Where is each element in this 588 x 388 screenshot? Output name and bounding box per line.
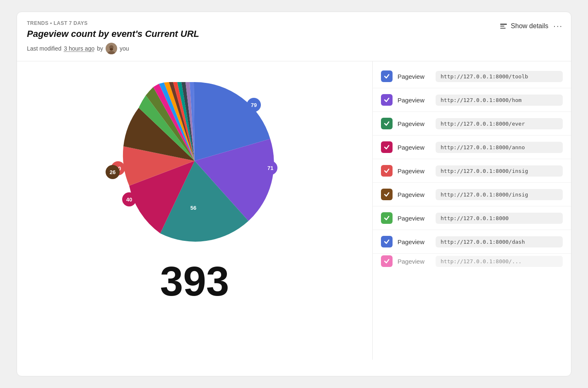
- svg-point-3: [110, 48, 113, 51]
- legend-checkbox-2[interactable]: [381, 94, 393, 106]
- legend-url-1: http://127.0.0.1:8000/toolb: [436, 71, 563, 82]
- card-header: TRENDS • LAST 7 DAYS Pageview count by e…: [17, 12, 571, 61]
- legend-checkbox-4[interactable]: [381, 141, 393, 153]
- legend-event-6: Pageview: [398, 191, 431, 198]
- legend-event-8: Pageview: [398, 238, 431, 245]
- details-icon: [499, 22, 508, 30]
- modified-row: Last modified 3 hours ago by you: [27, 43, 561, 54]
- show-details-label: Show details: [511, 22, 549, 30]
- header-actions: Show details ···: [499, 21, 563, 31]
- legend-checkbox-1[interactable]: [381, 70, 393, 82]
- legend-event-2: Pageview: [398, 97, 431, 104]
- check-icon: [383, 238, 390, 245]
- legend-event-7: Pageview: [398, 215, 431, 222]
- legend-url-8: http://127.0.0.1:8000/dash: [436, 236, 563, 247]
- check-icon: [383, 258, 390, 264]
- trends-label: TRENDS • LAST 7 DAYS: [27, 20, 561, 26]
- legend-item: Pageview http://127.0.0.1:8000/anno: [373, 136, 571, 159]
- svg-rect-5: [500, 26, 504, 27]
- check-icon: [383, 191, 390, 198]
- pie-label-26: 26: [106, 165, 120, 179]
- legend-item: Pageview http://127.0.0.1:8000/dash: [373, 230, 571, 254]
- legend-checkbox-7[interactable]: [381, 212, 393, 224]
- legend-checkbox-8[interactable]: [381, 236, 393, 247]
- legend-checkbox-9[interactable]: [381, 255, 393, 267]
- legend-url-5: http://127.0.0.1:8000/insig: [436, 165, 563, 177]
- legend-url-7: http://127.0.0.1:8000: [436, 213, 563, 224]
- legend-url-3: http://127.0.0.1:8000/ever: [436, 118, 563, 129]
- legend-url-6: http://127.0.0.1:8000/insig: [436, 189, 563, 200]
- check-icon: [383, 167, 390, 174]
- page-title: Pageview count by event's Current URL: [27, 29, 561, 39]
- card-body: 79 71 56 40 40 26 393 Pageview: [17, 61, 571, 360]
- modified-time: 3 hours ago: [64, 45, 94, 52]
- check-icon: [383, 97, 390, 103]
- pie-label-56: 56: [186, 201, 200, 215]
- legend-item: Pageview http://127.0.0.1:8000/insig: [373, 183, 571, 206]
- legend-url-2: http://127.0.0.1:8000/hom: [436, 95, 563, 106]
- legend-event-3: Pageview: [398, 120, 431, 127]
- check-icon: [383, 120, 390, 127]
- legend-event-9: Pageview: [398, 258, 431, 265]
- pie-chart: 79 71 56 40 40 26: [108, 74, 282, 248]
- pie-label-40b: 40: [122, 192, 136, 206]
- legend-item-partial: Pageview http://127.0.0.1:8000/...: [373, 254, 571, 269]
- legend-checkbox-5[interactable]: [381, 165, 393, 177]
- legend-event-4: Pageview: [398, 144, 431, 151]
- total-count: 393: [160, 260, 229, 302]
- check-icon: [383, 73, 390, 80]
- legend-item: Pageview http://127.0.0.1:8000/ever: [373, 112, 571, 136]
- modified-text: Last modified: [27, 45, 61, 52]
- modified-by: by: [97, 45, 103, 52]
- legend-checkbox-6[interactable]: [381, 189, 393, 200]
- check-icon: [383, 215, 390, 221]
- more-options-button[interactable]: ···: [553, 21, 563, 31]
- legend-event-1: Pageview: [398, 73, 431, 80]
- legend-section[interactable]: Pageview http://127.0.0.1:8000/toolb Pag…: [372, 61, 571, 360]
- legend-url-9: http://127.0.0.1:8000/...: [436, 256, 563, 267]
- legend-event-5: Pageview: [398, 167, 431, 175]
- legend-url-4: http://127.0.0.1:8000/anno: [436, 142, 563, 153]
- legend-item: Pageview http://127.0.0.1:8000: [373, 206, 571, 230]
- main-card: TRENDS • LAST 7 DAYS Pageview count by e…: [17, 12, 571, 376]
- pie-label-79: 79: [247, 98, 261, 112]
- check-icon: [383, 144, 390, 150]
- legend-item: Pageview http://127.0.0.1:8000/insig: [373, 159, 571, 183]
- avatar: [106, 43, 117, 54]
- svg-rect-6: [500, 28, 506, 29]
- legend-item: Pageview http://127.0.0.1:8000/toolb: [373, 65, 571, 88]
- svg-rect-4: [500, 24, 507, 25]
- pie-label-71: 71: [263, 161, 277, 175]
- legend-item: Pageview http://127.0.0.1:8000/hom: [373, 88, 571, 112]
- modified-user: you: [120, 45, 129, 52]
- chart-section: 79 71 56 40 40 26 393: [17, 61, 372, 360]
- show-details-button[interactable]: Show details: [499, 22, 549, 30]
- legend-checkbox-3[interactable]: [381, 118, 393, 129]
